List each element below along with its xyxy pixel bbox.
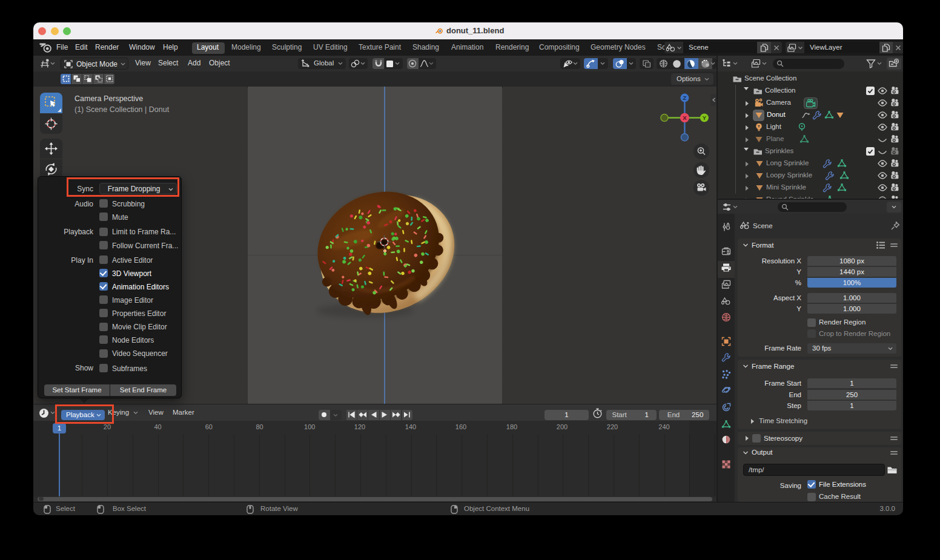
svg-text:Y: Y (703, 114, 707, 121)
svg-text:X: X (683, 114, 687, 121)
svg-text:Z: Z (683, 94, 686, 101)
